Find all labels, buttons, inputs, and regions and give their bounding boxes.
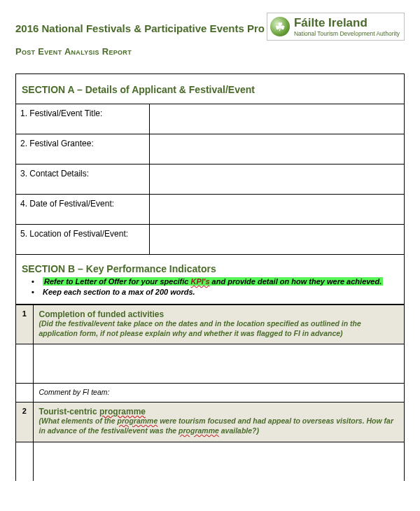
field-label: 5. Location of Festival/Event: <box>16 225 149 255</box>
applicant-details-table: 1. Festival/Event Title: 2. Festival Gra… <box>16 104 404 255</box>
kpi-number: 1 <box>16 305 33 344</box>
field-label: 2. Festival Grantee: <box>16 134 149 164</box>
kpi-cell: Completion of funded activities (Did the… <box>33 305 404 344</box>
note-item: Refer to Letter of Offer for your specif… <box>31 277 398 286</box>
kpi-answer-row <box>16 344 404 384</box>
kpi-comment-label: Comment by FI team: <box>33 384 404 402</box>
document-subtitle: Post Event Analysis Report <box>15 46 405 57</box>
field-value[interactable] <box>149 164 404 195</box>
logo: ☘ Fáilte Ireland National Tourism Develo… <box>267 13 405 41</box>
table-row: 1. Festival/Event Title: <box>16 104 404 134</box>
kpi-cell: Tourist-centric programme (What elements… <box>33 402 404 442</box>
kpi-description: (What elements of the programme were tou… <box>39 416 399 435</box>
kpi-title: Completion of funded activities <box>39 309 399 319</box>
document-title: 2016 National Festivals & Participative … <box>15 13 265 34</box>
section-b-block: SECTION B – Key Performance Indicators R… <box>16 255 404 304</box>
section-b-heading: SECTION B – Key Performance Indicators <box>16 255 404 277</box>
section-b-notes: Refer to Letter of Offer for your specif… <box>16 277 404 304</box>
field-value[interactable] <box>149 195 404 225</box>
shamrock-icon: ☘ <box>270 17 290 36</box>
kpi-description: (Did the festival/event take place on th… <box>39 319 399 338</box>
table-row: 5. Location of Festival/Event: <box>16 225 404 255</box>
table-row: 3. Contact Details: <box>16 164 404 195</box>
field-value[interactable] <box>149 104 404 134</box>
table-row: 4. Date of Festival/Event: <box>16 195 404 225</box>
field-value[interactable] <box>149 225 404 255</box>
kpi-number-spacer <box>16 384 33 402</box>
kpi-answer-field[interactable] <box>33 442 404 481</box>
kpi-table: 1 Completion of funded activities (Did t… <box>16 304 404 481</box>
note-item: Keep each section to a max of 200 words. <box>31 288 398 296</box>
field-label: 4. Date of Festival/Event: <box>16 195 149 225</box>
field-label: 3. Contact Details: <box>16 164 149 195</box>
logo-subtext: National Tourism Development Authority <box>294 30 400 37</box>
form-frame: SECTION A – Details of Applicant & Festi… <box>15 74 405 481</box>
table-row: 2. Festival Grantee: <box>16 134 404 164</box>
kpi-answer-field[interactable] <box>33 344 404 384</box>
kpi-answer-row <box>16 442 404 481</box>
kpi-number: 2 <box>16 402 33 442</box>
kpi-comment-row: Comment by FI team: <box>16 384 404 402</box>
logo-text: Fáilte Ireland <box>294 16 400 30</box>
field-label: 1. Festival/Event Title: <box>16 104 149 134</box>
document-header: 2016 National Festivals & Participative … <box>15 13 405 41</box>
kpi-number-spacer <box>16 344 33 384</box>
kpi-number-spacer <box>16 442 33 481</box>
kpi-heading-row: 2 Tourist-centric programme (What elemen… <box>16 402 404 442</box>
field-value[interactable] <box>149 134 404 164</box>
kpi-heading-row: 1 Completion of funded activities (Did t… <box>16 305 404 344</box>
section-a-heading: SECTION A – Details of Applicant & Festi… <box>16 74 404 104</box>
kpi-title: Tourist-centric programme <box>39 407 399 416</box>
